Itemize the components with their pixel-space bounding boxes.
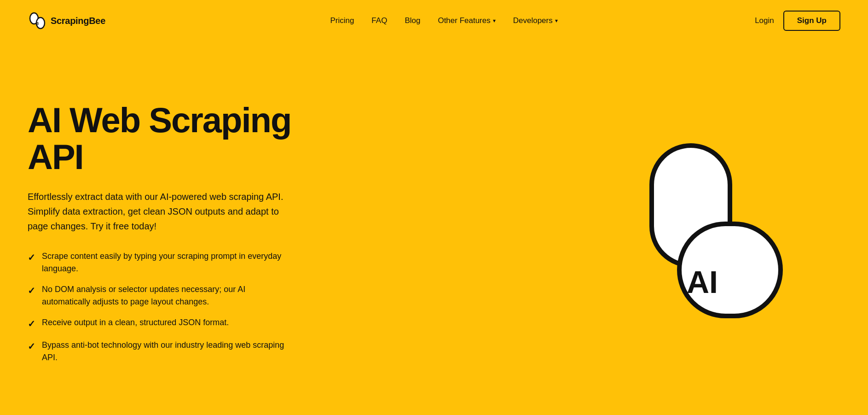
brand-logo-icon[interactable]: B — [28, 11, 47, 30]
checkmark-icon: ✓ — [28, 284, 35, 298]
svg-text:B: B — [36, 21, 39, 26]
brand-name[interactable]: ScrapingBee — [51, 16, 105, 26]
login-button[interactable]: Login — [755, 16, 774, 25]
nav-link-pricing[interactable]: Pricing — [324, 13, 360, 28]
nav-links: Pricing FAQ Blog Other Features ▾ Develo… — [324, 13, 564, 28]
ai-logo-graphic: AI — [610, 136, 794, 330]
nav-link-blog[interactable]: Blog — [398, 13, 427, 28]
nav-link-faq[interactable]: FAQ — [365, 13, 393, 28]
list-item: ✓ Scrape content easily by typing your s… — [28, 250, 285, 275]
brand-area: B ScrapingBee — [28, 11, 105, 30]
hero-section: AI Web Scraping API Effortlessly extract… — [0, 41, 868, 415]
checkmark-icon: ✓ — [28, 317, 35, 331]
list-item: ✓ No DOM analysis or selector updates ne… — [28, 283, 285, 308]
navbar-actions: Login Sign Up — [755, 11, 840, 31]
chevron-down-icon: ▾ — [493, 18, 496, 24]
signup-button[interactable]: Sign Up — [783, 11, 840, 31]
list-item: ✓ Bypass anti-bot technology with our in… — [28, 339, 285, 364]
navbar: B ScrapingBee Pricing FAQ Blog Other Fea… — [0, 0, 868, 41]
chevron-down-icon: ▾ — [555, 18, 558, 24]
list-item: ✓ Receive output in a clean, structured … — [28, 316, 285, 331]
nav-link-developers[interactable]: Developers ▾ — [507, 13, 564, 28]
nav-link-other-features[interactable]: Other Features ▾ — [431, 13, 502, 28]
hero-description: Effortlessly extract data with our AI-po… — [28, 189, 295, 234]
hero-illustration: AI — [564, 136, 840, 330]
checkmark-icon: ✓ — [28, 251, 35, 264]
checkmark-icon: ✓ — [28, 339, 35, 353]
hero-title: AI Web Scraping API — [28, 102, 331, 175]
hero-content: AI Web Scraping API Effortlessly extract… — [28, 102, 331, 364]
svg-text:AI: AI — [687, 264, 718, 299]
hero-features-list: ✓ Scrape content easily by typing your s… — [28, 250, 331, 364]
